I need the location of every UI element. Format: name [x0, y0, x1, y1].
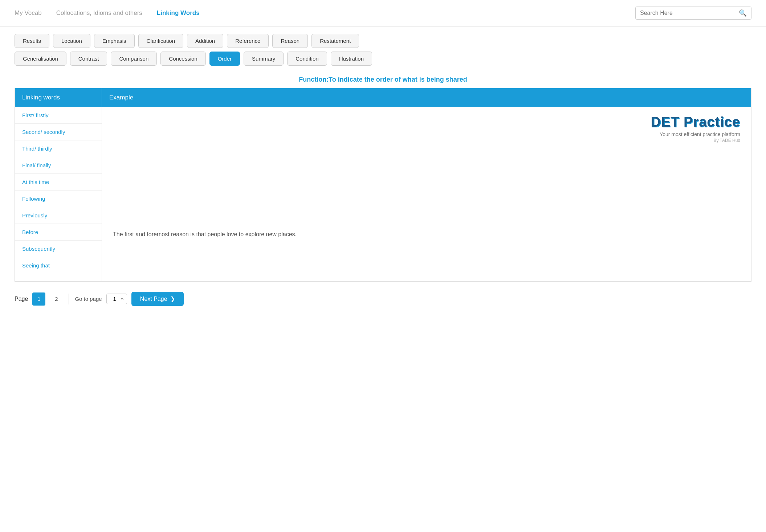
word-item-final-finally[interactable]: Final/ finally	[15, 157, 102, 174]
col-words-header: Linking words	[15, 88, 102, 107]
det-practice-subtitle: Your most efficient practice platform	[651, 131, 740, 137]
page-2-button[interactable]: 2	[50, 292, 63, 306]
example-area: DET Practice Your most efficient practic…	[102, 107, 751, 281]
cat-btn-comparison[interactable]: Comparison	[111, 52, 157, 66]
cat-btn-contrast[interactable]: Contrast	[70, 52, 107, 66]
det-practice-logo: DET Practice Your most efficient practic…	[651, 114, 740, 143]
search-input[interactable]	[640, 10, 739, 16]
header: My Vocab Collocations, Idioms and others…	[0, 0, 766, 26]
cat-btn-condition[interactable]: Condition	[287, 52, 327, 66]
go-to-arrow-icon[interactable]: »	[121, 296, 124, 302]
word-item-at-this-time[interactable]: At this time	[15, 174, 102, 191]
next-page-chevron-icon: ❯	[170, 295, 175, 302]
word-item-following[interactable]: Following	[15, 191, 102, 207]
word-item-before[interactable]: Before	[15, 224, 102, 241]
cat-btn-concession[interactable]: Concession	[160, 52, 205, 66]
nav-linking-words[interactable]: Linking Words	[157, 9, 200, 17]
cat-btn-addition[interactable]: Addition	[187, 34, 223, 48]
det-practice-title: DET Practice	[651, 114, 740, 130]
go-to-label: Go to page	[75, 296, 102, 302]
categories-row2: GeneralisationContrastComparisonConcessi…	[0, 52, 766, 69]
cat-btn-restatement[interactable]: Restatement	[311, 34, 359, 48]
word-item-previously[interactable]: Previously	[15, 207, 102, 224]
example-text: The first and foremost reason is that pe…	[113, 231, 297, 238]
cat-btn-reference[interactable]: Reference	[227, 34, 269, 48]
word-item-third-thirdly[interactable]: Third/ thirdly	[15, 140, 102, 157]
search-icon[interactable]: 🔍	[739, 9, 747, 17]
go-to-input-wrapper: »	[106, 294, 127, 304]
linking-words-table: Linking words Example First/ firstlySeco…	[15, 88, 751, 282]
cat-btn-summary[interactable]: Summary	[244, 52, 284, 66]
page-divider	[69, 294, 69, 304]
cat-btn-location[interactable]: Location	[53, 34, 90, 48]
go-to-input[interactable]	[110, 296, 120, 302]
pagination: Page 1 2 Go to page » Next Page ❯	[0, 282, 766, 316]
cat-btn-order[interactable]: Order	[209, 52, 240, 66]
page-1-button[interactable]: 1	[32, 292, 45, 306]
table-header: Linking words Example	[15, 88, 751, 107]
cat-btn-results[interactable]: Results	[15, 34, 49, 48]
table-body: First/ firstlySecond/ secondlyThird/ thi…	[15, 107, 751, 281]
search-wrapper: 🔍	[635, 7, 751, 20]
cat-btn-clarification[interactable]: Clarification	[138, 34, 183, 48]
nav-collocations[interactable]: Collocations, Idioms and others	[56, 9, 142, 17]
cat-btn-illustration[interactable]: Illustration	[331, 52, 372, 66]
cat-btn-generalisation[interactable]: Generalisation	[15, 52, 66, 66]
function-title: Function:To indicate the order of what i…	[0, 69, 766, 88]
word-item-seeing-that[interactable]: Seeing that	[15, 257, 102, 274]
categories-row1: ResultsLocationEmphasisClarificationAddi…	[0, 26, 766, 52]
word-item-first-firstly[interactable]: First/ firstly	[15, 107, 102, 124]
words-list: First/ firstlySecond/ secondlyThird/ thi…	[15, 107, 102, 281]
next-page-button[interactable]: Next Page ❯	[131, 292, 184, 306]
col-example-header: Example	[102, 88, 751, 107]
word-item-subsequently[interactable]: Subsequently	[15, 241, 102, 257]
word-item-second-secondly[interactable]: Second/ secondly	[15, 124, 102, 140]
cat-btn-emphasis[interactable]: Emphasis	[94, 34, 135, 48]
det-practice-by: By TADE Hub	[651, 138, 740, 143]
cat-btn-reason[interactable]: Reason	[272, 34, 308, 48]
page-label: Page	[15, 296, 28, 302]
nav-my-vocab[interactable]: My Vocab	[15, 9, 42, 17]
next-page-label: Next Page	[140, 296, 167, 302]
